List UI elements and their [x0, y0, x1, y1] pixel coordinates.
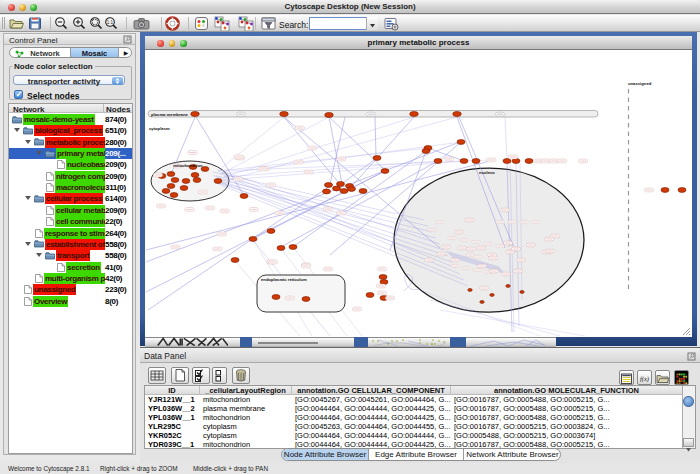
- svg-text:1:1: 1:1: [107, 20, 114, 25]
- svg-text:mitochondrion: mitochondrion: [173, 163, 203, 168]
- svg-text:cytoplasm: cytoplasm: [149, 126, 170, 131]
- svg-text:nucleus: nucleus: [479, 170, 495, 175]
- svg-text:plasma membrane: plasma membrane: [151, 112, 188, 117]
- svg-text:f(x): f(x): [640, 375, 649, 383]
- svg-text:endoplasmic reticulum: endoplasmic reticulum: [261, 277, 307, 282]
- svg-text:unassigned: unassigned: [628, 81, 652, 86]
